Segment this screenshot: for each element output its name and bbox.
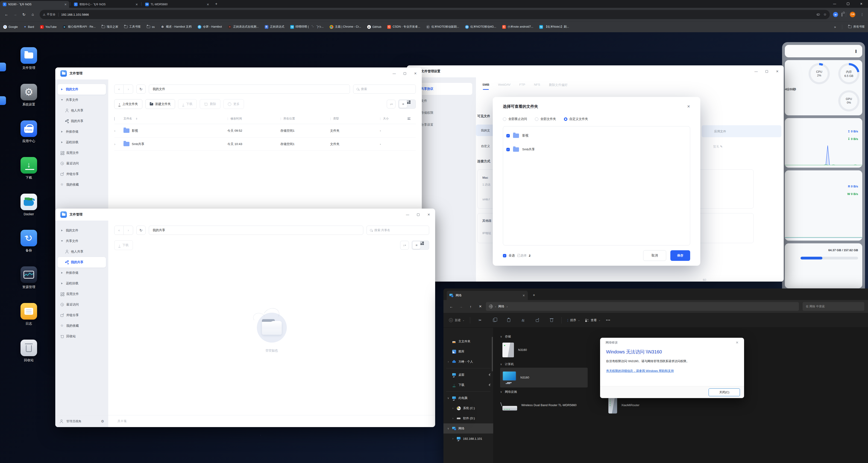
- sidebar-item-my-share[interactable]: 我的共享: [58, 116, 106, 126]
- bookmark-redmi-2[interactable]: ᴍ红米NOTE移动4G...: [465, 25, 496, 29]
- tab-webdav[interactable]: WebDAV: [498, 83, 510, 90]
- fm1-path-input[interactable]: 我的文件: [149, 85, 350, 94]
- sidebar-item-shared-files[interactable]: 共享文件: [58, 236, 106, 246]
- explorer-breadcrumb[interactable]: › 网络 ›: [486, 302, 799, 311]
- col-modified[interactable]: |修改时间: [227, 117, 280, 121]
- tab-close-icon[interactable]: ✕: [207, 3, 209, 6]
- fm-back-icon[interactable]: ‹: [115, 226, 124, 235]
- fm2-path-input[interactable]: 我的共享: [149, 226, 363, 235]
- bookmark-regex-online[interactable]: ✳正则表达式在线测...: [228, 25, 258, 29]
- sidebar-item-my-share-active[interactable]: 我的共享: [58, 257, 106, 268]
- extensions-puzzle-icon[interactable]: [842, 13, 842, 16]
- dialog-close-icon[interactable]: ✕: [736, 340, 739, 345]
- more-button[interactable]: 更多: [223, 99, 244, 109]
- download-button[interactable]: ↓下载: [178, 99, 197, 109]
- dock-item-app-center[interactable]: STORE应用中心: [21, 121, 37, 143]
- expand-icon[interactable]: ›: [114, 142, 116, 146]
- device-nas-n3160[interactable]: N3160: [500, 340, 588, 360]
- sidebar-item-shared-files[interactable]: 共享文件: [58, 95, 106, 105]
- sort-button[interactable]: ↑↓排序⌄: [567, 318, 580, 322]
- bookmarks-overflow-icon[interactable]: »: [834, 25, 836, 29]
- settings-titlebar[interactable]: 文件管理设置 — ✕: [407, 65, 784, 77]
- browser-close-button[interactable]: ✕: [855, 0, 868, 7]
- nav-downloads[interactable]: ↓下载: [443, 380, 493, 390]
- paste-icon[interactable]: [504, 316, 513, 325]
- view-toggle[interactable]: ≡: [398, 99, 416, 109]
- dock-item-download[interactable]: ↓下载: [21, 157, 37, 180]
- checkbox-checked[interactable]: ✓: [506, 148, 510, 151]
- dock-item-logs[interactable]: 日志: [21, 303, 37, 326]
- browser-tab-2[interactable]: f 帮助中心 - 飞牛 fnOS ✕: [71, 1, 140, 8]
- sidebar-item-link-share[interactable]: 外链分享: [58, 169, 106, 179]
- bookmark-google[interactable]: GGoogle: [3, 25, 18, 29]
- minimize-icon[interactable]: —: [406, 213, 409, 216]
- explorer-up-icon[interactable]: ↑: [466, 302, 475, 310]
- admin-view-switch[interactable]: 管理员视角 ⚙: [55, 415, 108, 427]
- fm2-search-input[interactable]: 搜索 共享名: [367, 226, 429, 235]
- security-chip[interactable]: ⚠不安全: [43, 13, 59, 16]
- tab-close-icon[interactable]: ✕: [64, 3, 67, 6]
- dock-item-resource-monitor[interactable]: 资源管理: [21, 266, 37, 289]
- sidebar-item-others-share[interactable]: 他人共享: [58, 246, 106, 257]
- url-text[interactable]: 192.168.1.101:5666: [61, 13, 89, 16]
- rename-icon[interactable]: A̲|: [519, 316, 527, 325]
- bookmark-hamibot-doc[interactable]: ⓗ概述 - Hamibot 文档: [161, 25, 191, 29]
- bookmark-redmi-1[interactable]: ◐红米NOTE移动版刷...: [426, 25, 459, 29]
- address-bar[interactable]: ⚠不安全 192.168.1.101:5666 ☆: [40, 10, 830, 19]
- bookmark-redmi-note1[interactable]: ᴛᴠ【红米Note1】刷...: [539, 25, 569, 29]
- fm-forward-icon[interactable]: ›: [124, 85, 133, 94]
- fm1-search-input[interactable]: 搜索: [353, 85, 416, 94]
- edge-shortcut-icon-2[interactable]: [0, 96, 6, 105]
- dock-item-recycle-bin[interactable]: 回收站: [21, 340, 37, 362]
- header-checkbox[interactable]: [114, 117, 115, 121]
- list-view-icon[interactable]: ≡: [399, 100, 407, 108]
- tab-nfs[interactable]: NFS: [534, 83, 540, 90]
- computer-n3160-selected[interactable]: N3160: [500, 368, 588, 388]
- bookmark-react[interactable]: ⊛核心组件和API · Re...: [63, 25, 96, 29]
- new-button[interactable]: +新建⌄: [449, 318, 464, 322]
- explorer-forward-icon[interactable]: →: [457, 302, 465, 310]
- sidebar-item-favorites[interactable]: 我的收藏: [58, 179, 106, 190]
- home-icon[interactable]: ⌂: [29, 11, 36, 18]
- sidebar-item-app-files[interactable]: 应用文件: [58, 147, 106, 158]
- sidebar-item-recent[interactable]: 最近访问: [58, 158, 106, 169]
- dock-item-file-manager[interactable]: 文件管理: [21, 47, 37, 70]
- upload-folder-button[interactable]: ↑上传文件夹: [114, 99, 142, 109]
- browser-tab-3[interactable]: TP TL-WDR5660 ✕: [142, 1, 212, 8]
- fm-refresh-icon[interactable]: ↻: [136, 226, 146, 235]
- more-options-icon[interactable]: •••: [606, 319, 611, 322]
- browser-menu-icon[interactable]: ⋮: [859, 12, 865, 16]
- select-all-checkbox[interactable]: ✓: [503, 254, 506, 257]
- sidebar-item-app-files[interactable]: 应用文件: [58, 289, 106, 299]
- edge-shortcut-icon-1[interactable]: [0, 63, 6, 71]
- sidebar-item-favorites[interactable]: 我的收藏: [58, 321, 106, 331]
- new-tab-button[interactable]: +: [213, 1, 219, 7]
- reload-icon[interactable]: ↻: [20, 11, 28, 18]
- list-view-icon[interactable]: ≡: [412, 241, 421, 249]
- sidebar-item-link-share[interactable]: 外链分享: [58, 310, 106, 321]
- bookmark-csdn[interactable]: CCSDN - 专业开发者...: [387, 25, 420, 29]
- device-router-xiaomi[interactable]: XiaoMiRouter: [606, 395, 680, 415]
- sidebar-item-remote-mount[interactable]: 远程挂载: [58, 137, 106, 147]
- expand-icon[interactable]: ›: [114, 129, 116, 133]
- grid-view-icon[interactable]: [421, 241, 428, 249]
- sidebar-item-my-files[interactable]: 我的文件: [58, 84, 106, 95]
- radio-deny-all[interactable]: 全部禁止访问: [503, 117, 527, 121]
- view-button[interactable]: 查看⌄: [585, 318, 600, 322]
- sidebar-settings-gear-icon[interactable]: ⚙: [101, 419, 104, 423]
- browser-minimize-button[interactable]: —: [828, 0, 841, 7]
- custom-label[interactable]: 自定义: [481, 144, 490, 148]
- fm-forward-icon[interactable]: ›: [124, 226, 133, 235]
- tab-delete-pref[interactable]: 删除文件偏好: [549, 83, 568, 90]
- explorer-stop-icon[interactable]: ✕: [476, 302, 485, 310]
- bookmark-regex[interactable]: R正则表达式: [265, 25, 284, 29]
- explorer-back-icon[interactable]: ←: [447, 302, 456, 310]
- copy-icon[interactable]: [490, 316, 499, 325]
- fm-back-icon[interactable]: ‹: [115, 85, 124, 94]
- minimize-icon[interactable]: —: [393, 72, 396, 75]
- dock-item-docker[interactable]: Docker: [21, 194, 37, 216]
- bookmark-youtube[interactable]: ▸YouTube: [40, 25, 57, 29]
- fm1-titlebar[interactable]: 文件管理 — ✕: [55, 67, 422, 79]
- sidebar-item-recycle[interactable]: 回收站: [58, 331, 106, 342]
- maximize-icon[interactable]: [404, 72, 406, 75]
